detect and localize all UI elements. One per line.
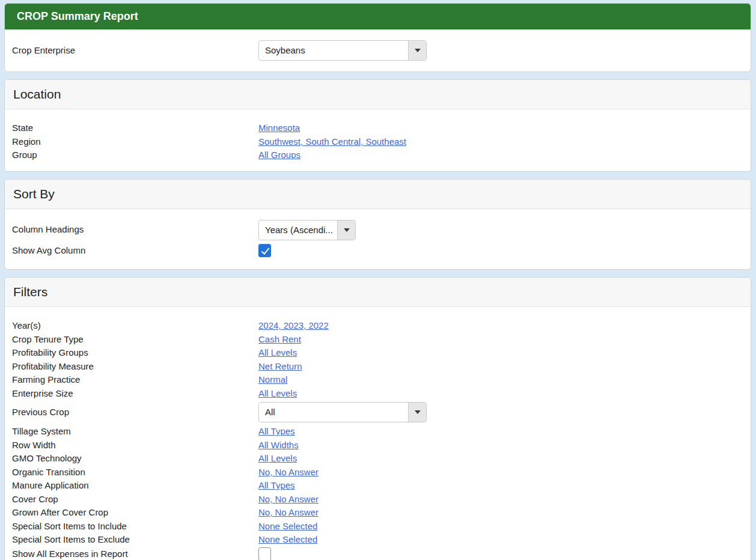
cover-crop-link[interactable]: No, No Answer <box>258 493 319 507</box>
show-avg-label: Show Avg Column <box>12 244 258 258</box>
row-width-row: Row Width All Widths <box>12 439 743 452</box>
sort-by-section-title: Sort By <box>5 180 751 209</box>
previous-crop-label: Previous Crop <box>12 406 258 419</box>
cover-crop-label: Cover Crop <box>12 493 258 507</box>
column-headings-label: Column Headings <box>12 223 258 237</box>
gmo-technology-link[interactable]: All Levels <box>258 452 297 466</box>
dropdown-arrow-icon[interactable] <box>408 41 426 60</box>
state-link[interactable]: Minnesota <box>258 121 300 135</box>
group-link[interactable]: All Groups <box>258 148 300 162</box>
caret-down-icon <box>415 410 421 414</box>
show-all-expenses-row: Show All Expenses in Report <box>12 547 743 560</box>
enterprise-size-link[interactable]: All Levels <box>258 387 297 401</box>
special-sort-include-row: Special Sort Items to Include None Selec… <box>12 520 743 534</box>
years-link[interactable]: 2024, 2023, 2022 <box>258 319 329 333</box>
special-sort-exclude-link[interactable]: None Selected <box>258 533 317 547</box>
row-width-link[interactable]: All Widths <box>258 439 299 452</box>
caret-down-icon <box>344 228 350 232</box>
state-row: State Minnesota <box>12 121 743 135</box>
profitability-groups-link[interactable]: All Levels <box>258 346 297 360</box>
profitability-groups-label: Profitability Groups <box>12 346 258 360</box>
gmo-technology-label: GMO Technology <box>12 452 258 466</box>
location-panel: Location State Minnesota Region Southwes… <box>4 79 751 172</box>
row-width-label: Row Width <box>12 439 258 452</box>
organic-transition-link[interactable]: No, No Answer <box>258 466 319 479</box>
crop-tenure-type-row: Crop Tenure Type Cash Rent <box>12 333 743 347</box>
grown-after-cover-crop-label: Grown After Cover Crop <box>12 506 258 520</box>
profitability-measure-label: Profitability Measure <box>12 360 258 374</box>
years-row: Year(s) 2024, 2023, 2022 <box>12 319 743 333</box>
show-avg-checkbox[interactable] <box>258 244 271 257</box>
page: CROP Summary Report Crop Enterprise Soyb… <box>0 0 756 560</box>
cover-crop-row: Cover Crop No, No Answer <box>12 493 743 507</box>
group-label: Group <box>12 148 258 162</box>
profitability-measure-row: Profitability Measure Net Return <box>12 360 743 374</box>
farming-practice-row: Farming Practice Normal <box>12 373 743 387</box>
dropdown-arrow-icon[interactable] <box>408 403 426 422</box>
region-link[interactable]: Southwest, South Central, Southeast <box>258 135 406 149</box>
profitability-groups-row: Profitability Groups All Levels <box>12 346 743 360</box>
grown-after-cover-crop-link[interactable]: No, No Answer <box>258 506 319 520</box>
region-row: Region Southwest, South Central, Southea… <box>12 135 743 149</box>
show-all-expenses-label: Show All Expenses in Report <box>12 547 258 560</box>
tillage-system-label: Tillage System <box>12 425 258 439</box>
organic-transition-label: Organic Transition <box>12 466 258 479</box>
column-headings-dropdown[interactable]: Years (Ascendi... <box>258 220 356 240</box>
manure-application-label: Manure Application <box>12 479 258 493</box>
column-headings-value: Years (Ascendi... <box>259 221 337 240</box>
enterprise-size-row: Enterprise Size All Levels <box>12 387 743 401</box>
special-sort-include-label: Special Sort Items to Include <box>12 520 258 534</box>
crop-enterprise-value: Soybeans <box>259 41 408 60</box>
farming-practice-link[interactable]: Normal <box>258 373 287 387</box>
caret-down-icon <box>415 49 421 52</box>
previous-crop-value: All <box>259 403 408 422</box>
special-sort-include-link[interactable]: None Selected <box>258 520 317 534</box>
gmo-technology-row: GMO Technology All Levels <box>12 452 743 466</box>
previous-crop-dropdown[interactable]: All <box>258 402 427 422</box>
show-avg-row: Show Avg Column <box>12 244 743 258</box>
crop-enterprise-dropdown[interactable]: Soybeans <box>258 40 427 61</box>
crop-tenure-type-link[interactable]: Cash Rent <box>258 333 301 347</box>
filters-panel: Filters Year(s) 2024, 2023, 2022 Crop Te… <box>4 277 751 560</box>
page-title: CROP Summary Report <box>5 4 751 29</box>
location-section-title: Location <box>5 80 751 109</box>
organic-transition-row: Organic Transition No, No Answer <box>12 466 743 479</box>
dropdown-arrow-icon[interactable] <box>337 221 355 240</box>
tillage-system-row: Tillage System All Types <box>12 425 743 439</box>
manure-application-link[interactable]: All Types <box>258 479 295 493</box>
state-label: State <box>12 121 258 135</box>
profitability-measure-link[interactable]: Net Return <box>258 360 302 374</box>
farming-practice-label: Farming Practice <box>12 373 258 387</box>
tillage-system-link[interactable]: All Types <box>258 425 295 439</box>
years-label: Year(s) <box>12 319 258 333</box>
special-sort-exclude-label: Special Sort Items to Exclude <box>12 533 258 547</box>
crop-tenure-type-label: Crop Tenure Type <box>12 333 258 347</box>
crop-enterprise-label: Crop Enterprise <box>12 44 258 58</box>
manure-application-row: Manure Application All Types <box>12 479 743 493</box>
region-label: Region <box>12 135 258 149</box>
special-sort-exclude-row: Special Sort Items to Exclude None Selec… <box>12 533 743 547</box>
show-all-expenses-checkbox[interactable] <box>258 547 271 560</box>
filters-section-title: Filters <box>5 278 751 307</box>
grown-after-cover-crop-row: Grown After Cover Crop No, No Answer <box>12 506 743 520</box>
previous-crop-row: Previous Crop All <box>12 402 743 422</box>
enterprise-size-label: Enterprise Size <box>12 387 258 401</box>
sort-by-panel: Sort By Column Headings Years (Ascendi..… <box>4 179 751 270</box>
report-panel: CROP Summary Report Crop Enterprise Soyb… <box>4 3 751 72</box>
group-row: Group All Groups <box>12 148 743 162</box>
column-headings-row: Column Headings Years (Ascendi... <box>12 220 743 240</box>
